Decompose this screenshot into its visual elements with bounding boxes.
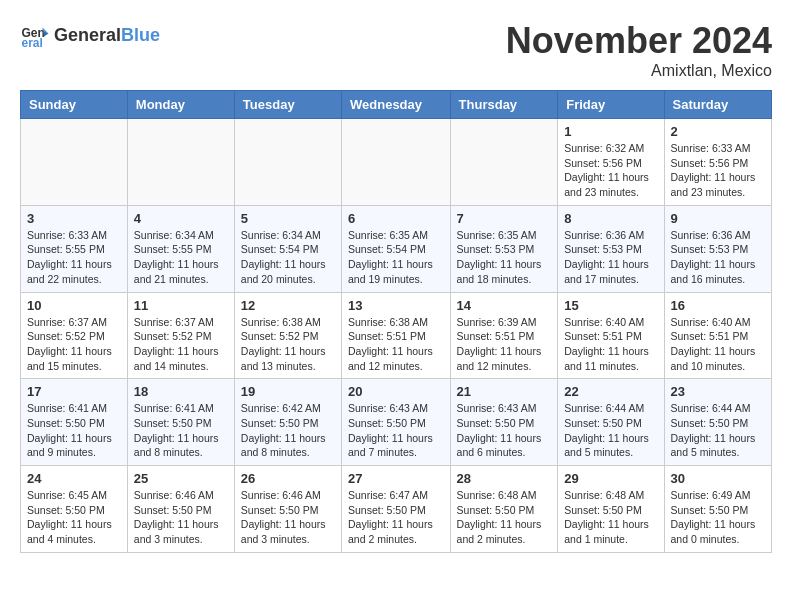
calendar-cell: 18Sunrise: 6:41 AM Sunset: 5:50 PM Dayli… — [127, 379, 234, 466]
day-number: 14 — [457, 298, 552, 313]
calendar-cell: 22Sunrise: 6:44 AM Sunset: 5:50 PM Dayli… — [558, 379, 664, 466]
day-info: Sunrise: 6:40 AM Sunset: 5:51 PM Dayligh… — [671, 315, 765, 374]
logo: Gen eral GeneralBlue — [20, 20, 160, 50]
calendar-cell: 1Sunrise: 6:32 AM Sunset: 5:56 PM Daylig… — [558, 119, 664, 206]
day-info: Sunrise: 6:43 AM Sunset: 5:50 PM Dayligh… — [348, 401, 444, 460]
calendar-cell: 23Sunrise: 6:44 AM Sunset: 5:50 PM Dayli… — [664, 379, 771, 466]
day-number: 8 — [564, 211, 657, 226]
day-number: 30 — [671, 471, 765, 486]
day-number: 3 — [27, 211, 121, 226]
weekday-header-sunday: Sunday — [21, 91, 128, 119]
calendar-cell: 14Sunrise: 6:39 AM Sunset: 5:51 PM Dayli… — [450, 292, 558, 379]
day-number: 10 — [27, 298, 121, 313]
calendar-week-5: 24Sunrise: 6:45 AM Sunset: 5:50 PM Dayli… — [21, 466, 772, 553]
weekday-header-saturday: Saturday — [664, 91, 771, 119]
day-info: Sunrise: 6:37 AM Sunset: 5:52 PM Dayligh… — [27, 315, 121, 374]
day-info: Sunrise: 6:46 AM Sunset: 5:50 PM Dayligh… — [134, 488, 228, 547]
calendar-cell: 3Sunrise: 6:33 AM Sunset: 5:55 PM Daylig… — [21, 205, 128, 292]
day-info: Sunrise: 6:41 AM Sunset: 5:50 PM Dayligh… — [27, 401, 121, 460]
calendar-week-1: 1Sunrise: 6:32 AM Sunset: 5:56 PM Daylig… — [21, 119, 772, 206]
weekday-header-thursday: Thursday — [450, 91, 558, 119]
calendar-cell: 17Sunrise: 6:41 AM Sunset: 5:50 PM Dayli… — [21, 379, 128, 466]
calendar-cell: 28Sunrise: 6:48 AM Sunset: 5:50 PM Dayli… — [450, 466, 558, 553]
day-number: 18 — [134, 384, 228, 399]
title-block: November 2024 Amixtlan, Mexico — [506, 20, 772, 80]
day-number: 21 — [457, 384, 552, 399]
calendar-cell: 6Sunrise: 6:35 AM Sunset: 5:54 PM Daylig… — [342, 205, 451, 292]
day-info: Sunrise: 6:36 AM Sunset: 5:53 PM Dayligh… — [671, 228, 765, 287]
day-number: 13 — [348, 298, 444, 313]
day-info: Sunrise: 6:46 AM Sunset: 5:50 PM Dayligh… — [241, 488, 335, 547]
day-number: 11 — [134, 298, 228, 313]
day-number: 2 — [671, 124, 765, 139]
calendar-cell — [234, 119, 341, 206]
day-number: 29 — [564, 471, 657, 486]
day-info: Sunrise: 6:38 AM Sunset: 5:52 PM Dayligh… — [241, 315, 335, 374]
day-info: Sunrise: 6:34 AM Sunset: 5:54 PM Dayligh… — [241, 228, 335, 287]
day-number: 6 — [348, 211, 444, 226]
day-number: 5 — [241, 211, 335, 226]
calendar-cell: 11Sunrise: 6:37 AM Sunset: 5:52 PM Dayli… — [127, 292, 234, 379]
day-info: Sunrise: 6:49 AM Sunset: 5:50 PM Dayligh… — [671, 488, 765, 547]
day-info: Sunrise: 6:47 AM Sunset: 5:50 PM Dayligh… — [348, 488, 444, 547]
day-info: Sunrise: 6:33 AM Sunset: 5:55 PM Dayligh… — [27, 228, 121, 287]
day-info: Sunrise: 6:48 AM Sunset: 5:50 PM Dayligh… — [457, 488, 552, 547]
day-number: 16 — [671, 298, 765, 313]
calendar-cell: 27Sunrise: 6:47 AM Sunset: 5:50 PM Dayli… — [342, 466, 451, 553]
day-number: 15 — [564, 298, 657, 313]
calendar-cell: 2Sunrise: 6:33 AM Sunset: 5:56 PM Daylig… — [664, 119, 771, 206]
day-number: 20 — [348, 384, 444, 399]
weekday-header-tuesday: Tuesday — [234, 91, 341, 119]
calendar-cell — [450, 119, 558, 206]
calendar-week-3: 10Sunrise: 6:37 AM Sunset: 5:52 PM Dayli… — [21, 292, 772, 379]
logo-text: GeneralBlue — [54, 25, 160, 46]
calendar-cell: 21Sunrise: 6:43 AM Sunset: 5:50 PM Dayli… — [450, 379, 558, 466]
logo-blue: Blue — [121, 25, 160, 45]
calendar-cell: 9Sunrise: 6:36 AM Sunset: 5:53 PM Daylig… — [664, 205, 771, 292]
day-number: 1 — [564, 124, 657, 139]
day-number: 7 — [457, 211, 552, 226]
calendar-cell: 16Sunrise: 6:40 AM Sunset: 5:51 PM Dayli… — [664, 292, 771, 379]
day-info: Sunrise: 6:36 AM Sunset: 5:53 PM Dayligh… — [564, 228, 657, 287]
day-info: Sunrise: 6:37 AM Sunset: 5:52 PM Dayligh… — [134, 315, 228, 374]
calendar-week-2: 3Sunrise: 6:33 AM Sunset: 5:55 PM Daylig… — [21, 205, 772, 292]
day-info: Sunrise: 6:33 AM Sunset: 5:56 PM Dayligh… — [671, 141, 765, 200]
location: Amixtlan, Mexico — [506, 62, 772, 80]
day-number: 9 — [671, 211, 765, 226]
weekday-header-friday: Friday — [558, 91, 664, 119]
day-info: Sunrise: 6:40 AM Sunset: 5:51 PM Dayligh… — [564, 315, 657, 374]
day-info: Sunrise: 6:35 AM Sunset: 5:54 PM Dayligh… — [348, 228, 444, 287]
weekday-header-monday: Monday — [127, 91, 234, 119]
calendar-cell: 8Sunrise: 6:36 AM Sunset: 5:53 PM Daylig… — [558, 205, 664, 292]
calendar-cell — [342, 119, 451, 206]
day-number: 28 — [457, 471, 552, 486]
day-number: 4 — [134, 211, 228, 226]
day-info: Sunrise: 6:34 AM Sunset: 5:55 PM Dayligh… — [134, 228, 228, 287]
calendar-cell: 24Sunrise: 6:45 AM Sunset: 5:50 PM Dayli… — [21, 466, 128, 553]
day-number: 24 — [27, 471, 121, 486]
day-info: Sunrise: 6:45 AM Sunset: 5:50 PM Dayligh… — [27, 488, 121, 547]
calendar-cell: 12Sunrise: 6:38 AM Sunset: 5:52 PM Dayli… — [234, 292, 341, 379]
day-number: 19 — [241, 384, 335, 399]
calendar-cell: 10Sunrise: 6:37 AM Sunset: 5:52 PM Dayli… — [21, 292, 128, 379]
day-number: 25 — [134, 471, 228, 486]
day-info: Sunrise: 6:32 AM Sunset: 5:56 PM Dayligh… — [564, 141, 657, 200]
calendar-cell — [21, 119, 128, 206]
day-info: Sunrise: 6:41 AM Sunset: 5:50 PM Dayligh… — [134, 401, 228, 460]
calendar-cell: 30Sunrise: 6:49 AM Sunset: 5:50 PM Dayli… — [664, 466, 771, 553]
calendar-cell: 26Sunrise: 6:46 AM Sunset: 5:50 PM Dayli… — [234, 466, 341, 553]
logo-general: General — [54, 25, 121, 45]
day-info: Sunrise: 6:44 AM Sunset: 5:50 PM Dayligh… — [671, 401, 765, 460]
calendar-cell: 25Sunrise: 6:46 AM Sunset: 5:50 PM Dayli… — [127, 466, 234, 553]
day-info: Sunrise: 6:38 AM Sunset: 5:51 PM Dayligh… — [348, 315, 444, 374]
day-info: Sunrise: 6:42 AM Sunset: 5:50 PM Dayligh… — [241, 401, 335, 460]
day-info: Sunrise: 6:39 AM Sunset: 5:51 PM Dayligh… — [457, 315, 552, 374]
calendar-cell: 7Sunrise: 6:35 AM Sunset: 5:53 PM Daylig… — [450, 205, 558, 292]
day-number: 22 — [564, 384, 657, 399]
day-number: 26 — [241, 471, 335, 486]
calendar-week-4: 17Sunrise: 6:41 AM Sunset: 5:50 PM Dayli… — [21, 379, 772, 466]
logo-icon: Gen eral — [20, 20, 50, 50]
calendar-table: SundayMondayTuesdayWednesdayThursdayFrid… — [20, 90, 772, 553]
calendar-cell: 29Sunrise: 6:48 AM Sunset: 5:50 PM Dayli… — [558, 466, 664, 553]
month-title: November 2024 — [506, 20, 772, 62]
